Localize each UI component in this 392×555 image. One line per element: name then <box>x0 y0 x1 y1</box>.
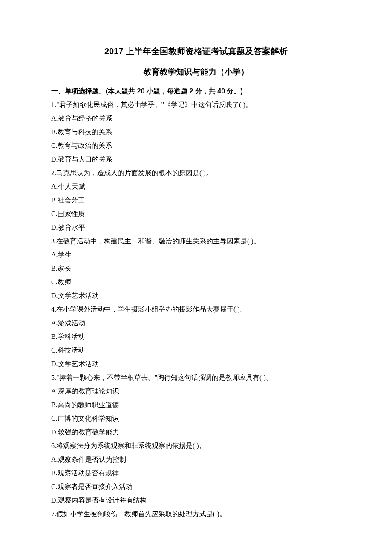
question-5: 5."捧着一颗心来，不带半根草去。"陶行知这句话强调的是教师应具有( )。 A.… <box>51 371 341 439</box>
option-c: C.广博的文化科学知识 <box>51 412 341 425</box>
option-d: D.文学艺术活动 <box>51 357 341 371</box>
option-c: C.国家性质 <box>51 207 341 221</box>
question-6: 6.将观察法分为系统观察和非系统观察的依据是( )。 A.观察条件是否认为控制 … <box>51 439 341 507</box>
question-3: 3.在教育活动中，构建民主、和谐、融洽的师生关系的主导因素是( )。 A.学生 … <box>51 234 341 303</box>
question-2: 2.马克思认为，造成人的片面发展的根本的原因是( )。 A.个人天赋 B.社会分… <box>51 166 341 234</box>
option-a: A.教育与经济的关系 <box>51 112 341 125</box>
document-title: 2017 上半年全国教师资格证考试真题及答案解析 <box>51 43 341 60</box>
option-b: B.社会分工 <box>51 194 341 207</box>
option-c: C.教师 <box>51 275 341 289</box>
option-a: A.个人天赋 <box>51 180 341 194</box>
option-b: B.观察活动是否有规律 <box>51 466 341 480</box>
question-stem: 7.假如小学生被狗咬伤，教师首先应采取的处理方式是( )。 <box>51 507 341 521</box>
question-stem: 1."君子如欲化民成俗，其必由学乎。"《学记》中这句话反映了( )。 <box>51 98 341 112</box>
section-header: 一、单项选择题。(本大题共 20 小题，每道题 2 分，共 40 分。) <box>51 84 341 98</box>
question-stem: 2.马克思认为，造成人的片面发展的根本的原因是( )。 <box>51 166 341 180</box>
option-d: D.教育与人口的关系 <box>51 153 341 166</box>
option-c: C.教育与政治的关系 <box>51 139 341 153</box>
question-stem: 3.在教育活动中，构建民主、和谐、融洽的师生关系的主导因素是( )。 <box>51 234 341 248</box>
option-c: C.观察者是否直接介入活动 <box>51 480 341 494</box>
option-b: B.学科活动 <box>51 330 341 344</box>
option-d: D.教育水平 <box>51 221 341 234</box>
option-b: B.高尚的教师职业道德 <box>51 398 341 412</box>
option-b: B.教育与科技的关系 <box>51 125 341 139</box>
question-1: 1."君子如欲化民成俗，其必由学乎。"《学记》中这句话反映了( )。 A.教育与… <box>51 98 341 166</box>
option-c: C.科技活动 <box>51 344 341 357</box>
option-d: D.文学艺术活动 <box>51 289 341 303</box>
option-b: B.家长 <box>51 262 341 275</box>
document-subtitle: 教育教学知识与能力（小学） <box>51 64 341 80</box>
question-4: 4.在小学课外活动中，学生摄影小组举办的摄影作品大赛属于( )。 A.游戏活动 … <box>51 303 341 371</box>
option-a: A.深厚的教育理论知识 <box>51 384 341 398</box>
option-d: D.较强的教育教学能力 <box>51 425 341 439</box>
option-a: A.游戏活动 <box>51 316 341 330</box>
option-d: D.观察内容是否有设计并有结构 <box>51 494 341 507</box>
question-stem: 6.将观察法分为系统观察和非系统观察的依据是( )。 <box>51 439 341 453</box>
question-7: 7.假如小学生被狗咬伤，教师首先应采取的处理方式是( )。 <box>51 507 341 521</box>
option-a: A.观察条件是否认为控制 <box>51 453 341 466</box>
question-stem: 4.在小学课外活动中，学生摄影小组举办的摄影作品大赛属于( )。 <box>51 303 341 316</box>
option-a: A.学生 <box>51 248 341 262</box>
question-stem: 5."捧着一颗心来，不带半根草去。"陶行知这句话强调的是教师应具有( )。 <box>51 371 341 384</box>
